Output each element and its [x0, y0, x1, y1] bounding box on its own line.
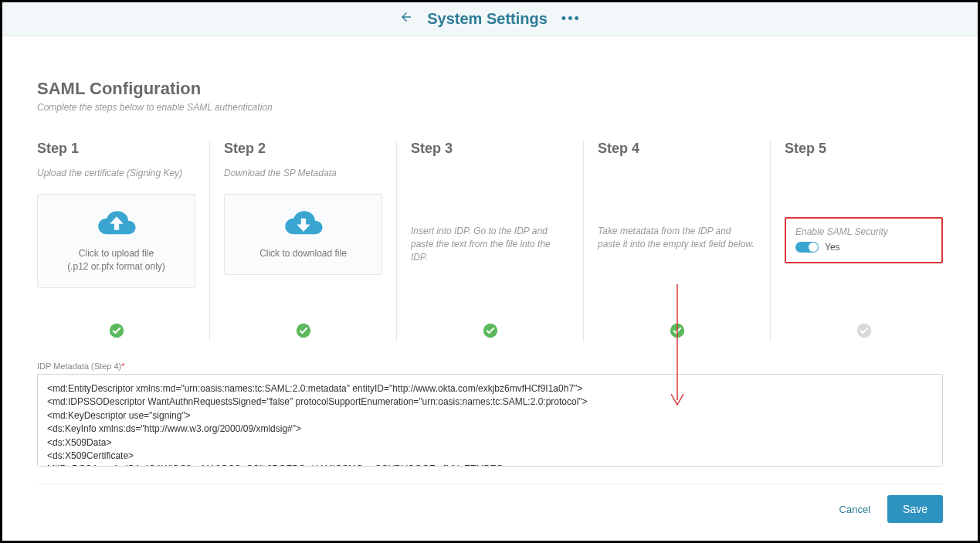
- step-subtitle: Upload the certificate (Signing Key): [37, 168, 195, 178]
- cancel-button[interactable]: Cancel: [832, 497, 878, 521]
- page-title: System Settings: [427, 10, 548, 28]
- idp-metadata-label: IDP Metadata (Step 4)*: [37, 361, 943, 371]
- step-3: Step 3 Insert into IDP. Go to the IDP an…: [397, 141, 584, 341]
- save-button[interactable]: Save: [887, 495, 943, 523]
- enable-saml-value: Yes: [825, 242, 840, 253]
- step-subtitle: [598, 168, 756, 178]
- cloud-upload-icon: [97, 209, 137, 241]
- check-circle-icon: [296, 323, 311, 341]
- step-1: Step 1 Upload the certificate (Signing K…: [37, 141, 210, 341]
- step-4: Step 4 Take metadata from the IDP and pa…: [584, 141, 771, 341]
- check-circle-icon: [856, 323, 872, 341]
- check-circle-icon: [670, 323, 685, 341]
- step-instruction: Insert into IDP. Go to the IDP and paste…: [411, 225, 569, 263]
- section-heading: SAML Configuration: [37, 79, 943, 99]
- back-arrow-icon[interactable]: [399, 10, 413, 28]
- step-subtitle: [785, 168, 943, 178]
- step-2: Step 2 Download the SP Metadata Click to…: [210, 141, 397, 341]
- footer-actions: Cancel Save: [37, 484, 943, 523]
- section-subheading: Complete the steps below to enable SAML …: [37, 102, 943, 113]
- step-title: Step 2: [224, 141, 382, 157]
- page-header: System Settings •••: [2, 2, 978, 36]
- download-metadata-card[interactable]: Click to download file: [224, 194, 382, 275]
- step-title: Step 3: [411, 141, 569, 157]
- step-title: Step 5: [785, 141, 943, 157]
- idp-metadata-textarea[interactable]: [37, 374, 943, 467]
- cloud-download-icon: [283, 209, 324, 241]
- enable-saml-highlight: Enable SAML Security Yes: [785, 217, 943, 263]
- more-menu-icon[interactable]: •••: [561, 11, 581, 27]
- enable-saml-label: Enable SAML Security: [795, 226, 932, 237]
- step-instruction: Take metadata from the IDP and paste it …: [598, 225, 756, 251]
- upload-card-label: Click to upload file (.p12 or.pfx format…: [67, 247, 165, 273]
- upload-certificate-card[interactable]: Click to upload file (.p12 or.pfx format…: [37, 194, 195, 288]
- step-5: Step 5 Enable SAML Security Yes: [771, 141, 943, 341]
- enable-saml-toggle[interactable]: [795, 242, 819, 253]
- steps-row: Step 1 Upload the certificate (Signing K…: [37, 141, 943, 341]
- step-subtitle: [411, 168, 569, 178]
- download-card-label: Click to download file: [259, 247, 347, 260]
- step-subtitle: Download the SP Metadata: [224, 168, 382, 178]
- step-title: Step 4: [598, 141, 756, 157]
- check-circle-icon: [109, 323, 124, 341]
- check-circle-icon: [483, 323, 498, 341]
- step-title: Step 1: [37, 141, 195, 157]
